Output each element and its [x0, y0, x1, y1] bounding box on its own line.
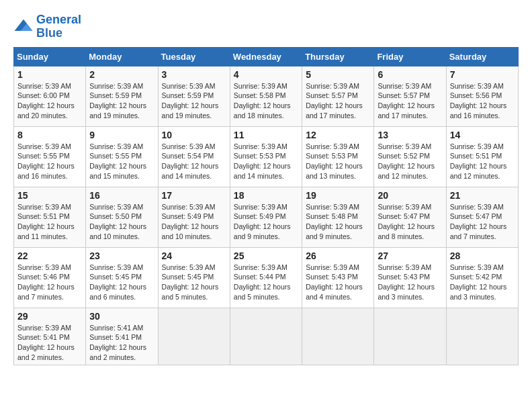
table-row: 5Sunrise: 5:39 AMSunset: 5:57 PMDaylight…: [302, 66, 374, 126]
table-row: 23Sunrise: 5:39 AMSunset: 5:45 PMDayligh…: [86, 247, 158, 308]
col-header-friday: Friday: [374, 47, 446, 66]
table-row: 19Sunrise: 5:39 AMSunset: 5:48 PMDayligh…: [302, 187, 374, 247]
calendar-table: SundayMondayTuesdayWednesdayThursdayFrid…: [13, 47, 519, 366]
table-row: 4Sunrise: 5:39 AMSunset: 5:58 PMDaylight…: [230, 66, 302, 126]
table-row: 21Sunrise: 5:39 AMSunset: 5:47 PMDayligh…: [446, 187, 518, 247]
table-row: [446, 308, 518, 365]
table-row: 15Sunrise: 5:39 AMSunset: 5:51 PMDayligh…: [14, 187, 86, 247]
table-row: [158, 308, 230, 365]
table-row: 17Sunrise: 5:39 AMSunset: 5:49 PMDayligh…: [158, 187, 230, 247]
table-row: 26Sunrise: 5:39 AMSunset: 5:43 PMDayligh…: [302, 247, 374, 308]
table-row: 25Sunrise: 5:39 AMSunset: 5:44 PMDayligh…: [230, 247, 302, 308]
calendar-row: 29Sunrise: 5:39 AMSunset: 5:41 PMDayligh…: [14, 308, 519, 365]
table-row: 29Sunrise: 5:39 AMSunset: 5:41 PMDayligh…: [14, 308, 86, 365]
table-row: 22Sunrise: 5:39 AMSunset: 5:46 PMDayligh…: [14, 247, 86, 308]
table-row: 1Sunrise: 5:39 AMSunset: 6:00 PMDaylight…: [14, 66, 86, 126]
table-row: 27Sunrise: 5:39 AMSunset: 5:43 PMDayligh…: [374, 247, 446, 308]
calendar-row: 22Sunrise: 5:39 AMSunset: 5:46 PMDayligh…: [14, 247, 519, 308]
table-row: 2Sunrise: 5:39 AMSunset: 5:59 PMDaylight…: [86, 66, 158, 126]
table-row: 13Sunrise: 5:39 AMSunset: 5:52 PMDayligh…: [374, 126, 446, 187]
table-row: 20Sunrise: 5:39 AMSunset: 5:47 PMDayligh…: [374, 187, 446, 247]
logo-icon: [13, 17, 34, 37]
table-row: 3Sunrise: 5:39 AMSunset: 5:59 PMDaylight…: [158, 66, 230, 126]
table-row: [302, 308, 374, 365]
col-header-tuesday: Tuesday: [158, 47, 230, 66]
table-row: 30Sunrise: 5:41 AMSunset: 5:41 PMDayligh…: [86, 308, 158, 365]
table-row: 6Sunrise: 5:39 AMSunset: 5:57 PMDaylight…: [374, 66, 446, 126]
table-row: 10Sunrise: 5:39 AMSunset: 5:54 PMDayligh…: [158, 126, 230, 187]
table-row: 18Sunrise: 5:39 AMSunset: 5:49 PMDayligh…: [230, 187, 302, 247]
table-row: [374, 308, 446, 365]
col-header-wednesday: Wednesday: [230, 47, 302, 66]
col-header-saturday: Saturday: [446, 47, 518, 66]
table-row: 14Sunrise: 5:39 AMSunset: 5:51 PMDayligh…: [446, 126, 518, 187]
calendar-row: 8Sunrise: 5:39 AMSunset: 5:55 PMDaylight…: [14, 126, 519, 187]
col-header-monday: Monday: [86, 47, 158, 66]
table-row: 11Sunrise: 5:39 AMSunset: 5:53 PMDayligh…: [230, 126, 302, 187]
table-row: 9Sunrise: 5:39 AMSunset: 5:55 PMDaylight…: [86, 126, 158, 187]
logo: General Blue: [13, 13, 81, 40]
calendar-row: 1Sunrise: 5:39 AMSunset: 6:00 PMDaylight…: [14, 66, 519, 126]
table-row: 7Sunrise: 5:39 AMSunset: 5:56 PMDaylight…: [446, 66, 518, 126]
col-header-thursday: Thursday: [302, 47, 374, 66]
table-row: 28Sunrise: 5:39 AMSunset: 5:42 PMDayligh…: [446, 247, 518, 308]
logo-text: General Blue: [36, 13, 81, 40]
table-row: 24Sunrise: 5:39 AMSunset: 5:45 PMDayligh…: [158, 247, 230, 308]
calendar-row: 15Sunrise: 5:39 AMSunset: 5:51 PMDayligh…: [14, 187, 519, 247]
table-row: 12Sunrise: 5:39 AMSunset: 5:53 PMDayligh…: [302, 126, 374, 187]
col-header-sunday: Sunday: [14, 47, 86, 66]
table-row: 8Sunrise: 5:39 AMSunset: 5:55 PMDaylight…: [14, 126, 86, 187]
table-row: [230, 308, 302, 365]
table-row: 16Sunrise: 5:39 AMSunset: 5:50 PMDayligh…: [86, 187, 158, 247]
page-header: General Blue: [13, 13, 519, 40]
